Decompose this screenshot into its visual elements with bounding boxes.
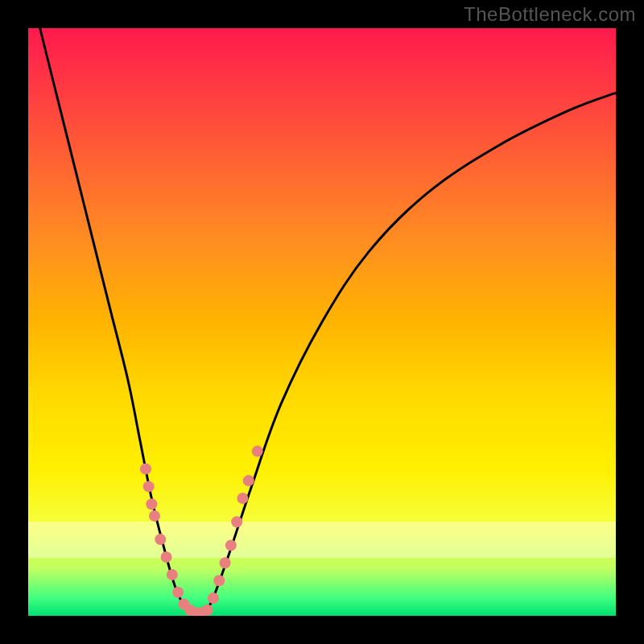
plot-area [28,28,616,616]
watermark-text: TheBottleneck.com [464,3,636,26]
chart-frame: TheBottleneck.com [0,0,644,644]
